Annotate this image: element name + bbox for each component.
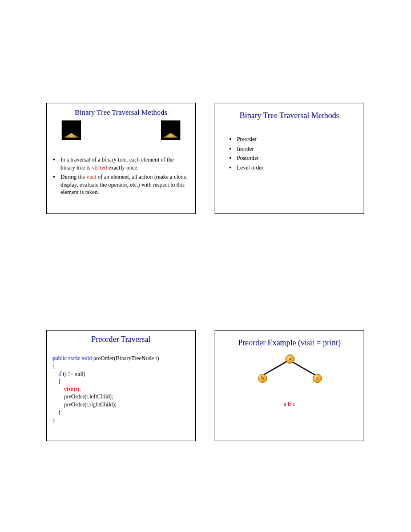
slide1-bullets: In a traversal of a binary tree, each el… bbox=[49, 156, 188, 196]
slide2-title: Binary Tree Traversal Methods bbox=[215, 111, 364, 120]
node-a: a bbox=[285, 354, 295, 364]
slide2-item-3: Level order bbox=[237, 164, 357, 172]
text: preOrder(BinaryTreeNode t) bbox=[93, 355, 159, 361]
node-c: c bbox=[313, 374, 322, 383]
text: preOrder(t.leftChild); bbox=[53, 393, 113, 400]
slide1-thumb-row bbox=[47, 117, 195, 140]
slide4-title: Preorder Example (visit = print) bbox=[215, 338, 364, 348]
slide2-item-0: Preorder bbox=[237, 135, 357, 143]
text: { bbox=[53, 362, 55, 369]
kw: public static void bbox=[53, 355, 93, 361]
text: preOrder(t.rightChild); bbox=[53, 401, 116, 408]
slide2-item-1: Inorder bbox=[237, 145, 357, 153]
text: exactly once. bbox=[107, 164, 138, 171]
slide-4: Preorder Example (visit = print) a b c a… bbox=[215, 330, 364, 441]
slide2-bullets: Preorder Inorder Postorder Level order bbox=[225, 135, 357, 171]
slide1-thumb-right bbox=[161, 120, 180, 140]
slide-1: Binary Tree Traversal Methods In a trave… bbox=[46, 103, 196, 214]
edge-ac bbox=[289, 360, 317, 376]
text: (t != null) bbox=[62, 370, 85, 377]
text-red: visit bbox=[87, 174, 96, 180]
text: During the bbox=[61, 174, 87, 180]
slide2-item-2: Postorder bbox=[237, 154, 357, 162]
text: } bbox=[53, 417, 55, 423]
slide-2: Binary Tree Traversal Methods Preorder I… bbox=[215, 103, 364, 214]
call: visit(t); bbox=[53, 386, 80, 392]
slide1-thumb-left bbox=[62, 120, 81, 140]
slide1-bullet1: In a traversal of a binary tree, each el… bbox=[61, 156, 188, 171]
edge-ab bbox=[261, 360, 289, 376]
text: { bbox=[53, 378, 61, 384]
kw: if bbox=[53, 370, 62, 377]
slide3-title: Preorder Traversal bbox=[47, 335, 195, 344]
text: } bbox=[53, 409, 61, 415]
tree: a b c bbox=[244, 352, 335, 392]
slide-3: Preorder Traversal public static void pr… bbox=[46, 330, 196, 441]
slide3-code: public static void preOrder(BinaryTreeNo… bbox=[47, 344, 195, 424]
slide1-bullet2: During the visit of an element, all acti… bbox=[61, 173, 188, 196]
slide1-title: Binary Tree Traversal Methods bbox=[47, 108, 195, 117]
text-red: visited bbox=[92, 164, 107, 171]
slide4-output: a b c bbox=[215, 400, 364, 407]
node-b: b bbox=[258, 374, 267, 383]
